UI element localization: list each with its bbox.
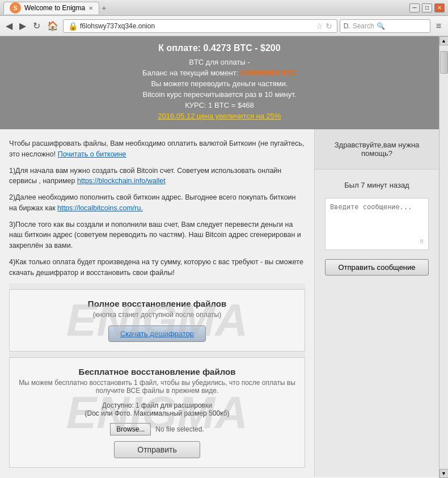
search-engine-icon: D. [344, 22, 350, 30]
menu-btn[interactable]: ≡ [433, 20, 445, 32]
tab-title: Welcome to Enigma [24, 4, 85, 12]
browser-content: К оплате: 0.4273 BTC - $200 BТС для опла… [0, 36, 448, 478]
title-bar: S Welcome to Enigma ✕ + ─ □ ✕ [0, 0, 448, 16]
available-text: Доступно: 1 файл для расшировки [19, 401, 295, 409]
step3-text: 3)После того как вы создали и пополнили … [9, 219, 305, 251]
intro-text: Чтобы расшифровать файлы, Вам необходимо… [9, 138, 305, 160]
watermark-area: ENIGMA Полное восстановление файлов (кно… [9, 284, 305, 357]
partial-label: Вы можете переводить деньги частями. [11, 79, 428, 88]
search-placeholder: Search [353, 22, 374, 30]
upload-row: Browse... No file selected. [19, 423, 295, 435]
available-info: Доступно: 1 файл для расшировки (Doc или… [19, 401, 295, 417]
chat-greeting: Здравствуйте,вам нужна помощь? [335, 141, 420, 158]
step4-text: 4)Как только оплата будет произведена на… [9, 257, 305, 278]
balance-label: Баланс на текущий момент: [142, 69, 238, 77]
submit-btn[interactable]: Отправить [114, 441, 200, 458]
step1-text: 1)Для начала вам нужно создать свой Bitc… [9, 166, 305, 187]
balance-unit: BTC [281, 69, 297, 77]
instructions: Чтобы расшифровать файлы, Вам необходимо… [9, 138, 305, 278]
price-increase-link[interactable]: 2016.05.12 цена увеличится на 25% [158, 112, 281, 120]
chat-col: Здравствуйте,вам нужна помощь? Был 7 мин… [314, 129, 439, 477]
scroll-up-btn[interactable]: ▲ [439, 36, 449, 45]
address-bar[interactable]: 🔒 f6lohswy737xq34e.onion ☆ ↻ [63, 19, 337, 33]
chat-header: Здравствуйте,вам нужна помощь? [315, 129, 439, 170]
intro-span: Чтобы расшифровать файлы, Вам необходимо… [9, 139, 304, 158]
no-file-text: No file selected. [155, 425, 204, 433]
chat-body: Был 7 минут назад ⠿ Отправить сообщение [315, 170, 439, 477]
close-btn[interactable]: ✕ [434, 3, 445, 12]
chat-textarea[interactable] [330, 203, 424, 237]
new-tab-btn[interactable]: + [102, 3, 106, 12]
free-recovery-title: Бесплатное восстановление файлов [19, 367, 295, 377]
main-two-col: Чтобы расшифровать файлы, Вам необходимо… [0, 129, 439, 477]
search-box[interactable]: D. Search 🔍 [340, 19, 430, 33]
balance-value: 0.00000000 [240, 69, 280, 77]
balance-row: Баланс на текущий момент: 0.00000000 BTC [11, 69, 428, 77]
browser-tab[interactable]: S Welcome to Enigma ✕ [3, 2, 99, 14]
send-btn[interactable]: Отправить сообщение [325, 259, 429, 276]
payment-header: К оплате: 0.4273 BTC - $200 BТС для опла… [0, 36, 439, 129]
resize-handle[interactable]: ⠿ [330, 239, 424, 245]
price-increase[interactable]: 2016.05.12 цена увеличится на 25% [11, 112, 428, 120]
tab-favicon: S [10, 2, 21, 14]
window-controls: ─ □ ✕ [409, 3, 445, 12]
search-icon: 🔍 [377, 22, 385, 30]
full-recovery-title: Полное восстановление файлов [19, 299, 295, 308]
bookmark-icon: ☆ [316, 22, 323, 31]
free-recovery-watermark: ENIGMA Бесплатное восстановление файлов … [9, 357, 305, 468]
read-more-link[interactable]: Почитать о биткоине [58, 150, 126, 158]
scroll-thumb[interactable] [440, 51, 448, 74]
forward-btn[interactable]: ▶ [17, 19, 28, 32]
chat-input-area: ⠿ [325, 198, 429, 250]
maximize-btn[interactable]: □ [422, 3, 432, 12]
nav-bar: ◀ ▶ ↻ 🏠 🔒 f6lohswy737xq34e.onion ☆ ↻ D. … [0, 16, 448, 36]
rate-value: КУРС: 1 BTC = $468 [11, 101, 428, 109]
browse-btn[interactable]: Browse... [110, 423, 151, 435]
step2-link[interactable]: https://localbitcoins.com/ru. [57, 204, 143, 212]
minimize-btn[interactable]: ─ [409, 3, 420, 12]
full-recovery-sub: (кнопка станет доступной после оплаты) [19, 311, 295, 319]
home-btn[interactable]: 🏠 [45, 19, 61, 32]
step2-span: 2)Далее необходимо пополнить свой биткои… [9, 193, 296, 212]
tab-close-btn[interactable]: ✕ [88, 5, 93, 11]
full-recovery-section: Полное восстановление файлов (кнопка ста… [9, 289, 305, 352]
btc-label: BТС для оплаты - [11, 58, 428, 66]
back-btn[interactable]: ◀ [3, 19, 15, 32]
url-text: f6lohswy737xq34e.onion [80, 22, 314, 30]
chat-last-seen: Был 7 минут назад [320, 181, 433, 189]
rate-label: Bitcoin курс пересчитывается раз в 10 ми… [11, 90, 428, 99]
refresh-small-icon: ↻ [326, 22, 332, 31]
page-area: К оплате: 0.4273 BTC - $200 BТС для опла… [0, 36, 439, 478]
step1-link[interactable]: https://blockchain.info/wallet [77, 177, 166, 185]
free-recovery-section: Бесплатное восстановление файлов Мы може… [9, 357, 305, 468]
decrypt-btn[interactable]: Скачать дешифратор [108, 325, 206, 342]
site-icon: 🔒 [68, 22, 78, 31]
title-bar-left: S Welcome to Enigma ✕ + [3, 2, 106, 14]
scroll-track[interactable] [439, 45, 448, 469]
scroll-down-btn[interactable]: ▼ [439, 469, 449, 478]
main-col: Чтобы расшифровать файлы, Вам необходимо… [0, 129, 314, 477]
scrollbar: ▲ ▼ [439, 36, 448, 478]
free-recovery-desc: Мы можем бесплатно восстановить 1 файл, … [19, 379, 295, 395]
refresh-btn[interactable]: ↻ [31, 19, 43, 32]
file-types-text: (Doc или Фото. Максимальный размер 500кб… [19, 409, 295, 417]
step2-text: 2)Далее необходимо пополнить свой биткои… [9, 192, 305, 214]
payment-title: К оплате: 0.4273 BTC - $200 [11, 43, 428, 53]
